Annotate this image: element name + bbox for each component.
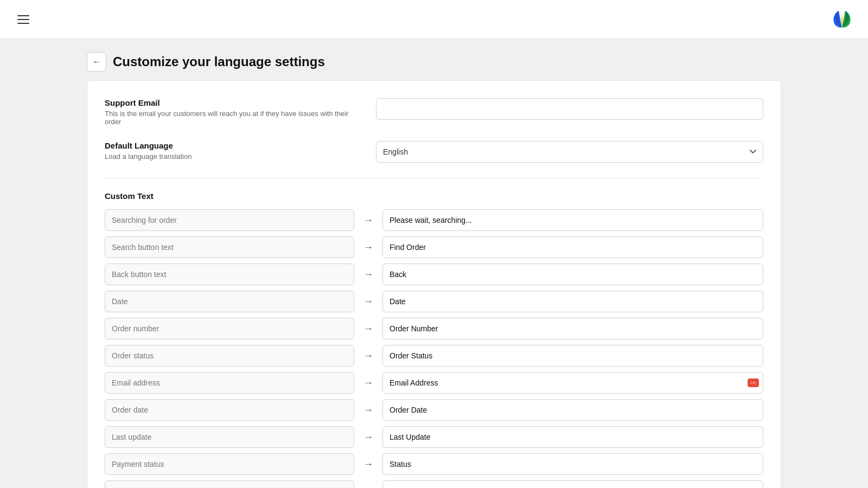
page-back-button[interactable]: ← [87, 52, 106, 72]
custom-text-right-2 [382, 264, 763, 285]
custom-text-input-right-10[interactable] [382, 480, 763, 488]
custom-text-input-left-0[interactable] [105, 209, 354, 231]
custom-text-input-left-6[interactable] [105, 372, 354, 394]
custom-text-input-right-1[interactable] [382, 236, 763, 258]
custom-text-left-6 [105, 372, 354, 394]
custom-text-input-left-1[interactable] [105, 236, 354, 258]
custom-text-input-right-7[interactable] [382, 399, 763, 421]
settings-card: Support Email This is the email your cus… [87, 80, 781, 488]
custom-text-row: → [105, 399, 763, 421]
support-email-label-group: Support Email This is the email your cus… [105, 98, 376, 126]
custom-text-left-7 [105, 399, 354, 421]
custom-text-row: → [105, 318, 763, 339]
arrow-icon-9: → [354, 459, 382, 470]
custom-text-left-4 [105, 318, 354, 339]
custom-text-left-1 [105, 236, 354, 258]
custom-text-input-right-2[interactable] [382, 264, 763, 285]
custom-text-input-right-8[interactable] [382, 426, 763, 448]
custom-text-row: → [105, 291, 763, 312]
custom-text-input-left-9[interactable] [105, 453, 354, 475]
custom-text-input-left-3[interactable] [105, 291, 354, 312]
arrow-icon-1: → [354, 242, 382, 253]
support-email-description: This is the email your customers will re… [105, 110, 354, 126]
custom-text-input-right-5[interactable] [382, 345, 763, 367]
custom-text-row: →··· [105, 372, 763, 394]
default-language-label: Default Language [105, 141, 354, 150]
custom-text-right-10 [382, 480, 763, 488]
custom-text-input-right-9[interactable] [382, 453, 763, 475]
arrow-icon-7: → [354, 404, 382, 416]
custom-text-right-0 [382, 209, 763, 231]
arrow-icon-8: → [354, 432, 382, 443]
support-email-row: Support Email This is the email your cus… [105, 98, 763, 126]
arrow-icon-0: → [354, 215, 382, 226]
custom-text-right-9 [382, 453, 763, 475]
app-logo-icon [829, 7, 855, 33]
custom-text-left-5 [105, 345, 354, 367]
arrow-icon-10: → [354, 486, 382, 489]
custom-text-left-3 [105, 291, 354, 312]
custom-text-right-6: ··· [382, 372, 763, 394]
arrow-icon-5: → [354, 350, 382, 362]
custom-text-row: → [105, 236, 763, 258]
support-email-input[interactable] [376, 98, 763, 120]
support-email-input-wrapper [376, 98, 763, 120]
custom-text-right-1 [382, 236, 763, 258]
hamburger-menu-button[interactable] [13, 11, 34, 28]
custom-text-right-8 [382, 426, 763, 448]
default-language-description: Load a language translation [105, 152, 354, 160]
back-arrow-icon: ← [92, 57, 101, 67]
custom-text-input-left-7[interactable] [105, 399, 354, 421]
page-header: ← Customize your language settings [0, 39, 868, 80]
custom-text-input-left-2[interactable] [105, 264, 354, 285]
custom-text-input-left-8[interactable] [105, 426, 354, 448]
custom-text-row: → [105, 480, 763, 488]
support-email-label: Support Email [105, 98, 354, 107]
custom-text-left-10 [105, 480, 354, 488]
default-language-input-wrapper: English Spanish French German [376, 141, 763, 163]
custom-text-right-3 [382, 291, 763, 312]
custom-text-input-right-6[interactable] [382, 372, 763, 394]
badge-6[interactable]: ··· [748, 378, 759, 387]
custom-text-input-left-4[interactable] [105, 318, 354, 339]
custom-text-right-7 [382, 399, 763, 421]
top-navigation [0, 0, 868, 39]
custom-text-input-right-4[interactable] [382, 318, 763, 339]
section-divider [105, 178, 763, 178]
custom-text-right-5 [382, 345, 763, 367]
custom-text-section-label: Custom Text [105, 191, 763, 201]
custom-text-section: Custom Text →→→→→→→···→→→→→ [105, 191, 763, 488]
arrow-icon-2: → [354, 269, 382, 280]
custom-text-row: → [105, 453, 763, 475]
custom-text-row: → [105, 264, 763, 285]
custom-text-rows-container: →→→→→→→···→→→→→ [105, 209, 763, 488]
page-title: Customize your language settings [113, 54, 325, 69]
default-language-label-group: Default Language Load a language transla… [105, 141, 376, 160]
default-language-row: Default Language Load a language transla… [105, 141, 763, 163]
custom-text-right-4 [382, 318, 763, 339]
custom-text-left-8 [105, 426, 354, 448]
custom-text-row: → [105, 426, 763, 448]
arrow-icon-4: → [354, 323, 382, 335]
custom-text-input-right-0[interactable] [382, 209, 763, 231]
custom-text-left-0 [105, 209, 354, 231]
custom-text-left-9 [105, 453, 354, 475]
arrow-icon-3: → [354, 296, 382, 307]
custom-text-row: → [105, 345, 763, 367]
custom-text-left-2 [105, 264, 354, 285]
logo-container [829, 7, 855, 33]
custom-text-row: → [105, 209, 763, 231]
custom-text-input-left-10[interactable] [105, 480, 354, 488]
custom-text-input-left-5[interactable] [105, 345, 354, 367]
arrow-icon-6: → [354, 377, 382, 389]
default-language-select[interactable]: English Spanish French German [376, 141, 763, 163]
custom-text-input-right-3[interactable] [382, 291, 763, 312]
